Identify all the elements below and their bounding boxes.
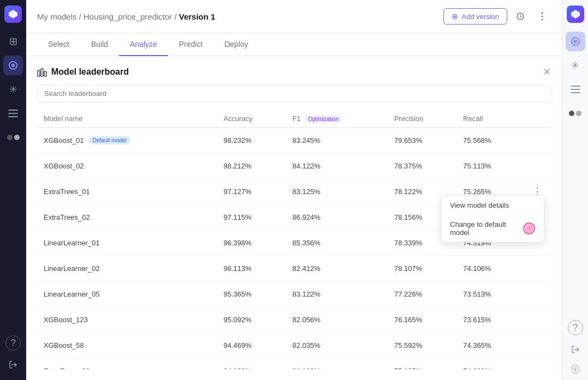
- tab-deploy[interactable]: Deploy: [213, 33, 259, 56]
- precision-cell: 75.135%: [388, 358, 457, 370]
- table-row: XGBoost_12395.092%82.056%76.165%73.615%⋮: [37, 307, 551, 333]
- col-f1: F1 Optimization: [286, 110, 388, 128]
- history-button[interactable]: [512, 8, 529, 25]
- left-sidebar: ⊞ ✳ ?: [0, 0, 26, 380]
- tab-select[interactable]: Select: [37, 33, 80, 56]
- more-options-button[interactable]: [533, 8, 551, 25]
- add-version-icon: ⊕: [452, 12, 458, 21]
- model-name-text: LinearLearner_05: [44, 290, 100, 298]
- svg-rect-16: [571, 86, 580, 87]
- right-sidebar-item-list[interactable]: [566, 80, 585, 99]
- right-sidebar: ✳ ? ›: [562, 0, 588, 380]
- recall-cell: 75.113%: [457, 153, 524, 179]
- close-panel-button[interactable]: ✕: [543, 67, 551, 77]
- right-sidebar-item-help[interactable]: ?: [568, 320, 583, 335]
- expand-button[interactable]: ›: [570, 364, 581, 375]
- model-name-cell: XGBoost_123: [37, 307, 217, 333]
- precision-cell: 76.165%: [388, 307, 457, 333]
- recall-cell: 74.365%: [457, 333, 524, 358]
- actions-cell: ⋮: [524, 307, 551, 333]
- breadcrumb-prefix: My models / Housing_price_predictor /: [37, 12, 177, 21]
- sidebar-item-dashboard[interactable]: ⊞: [3, 32, 23, 51]
- svg-marker-0: [9, 10, 17, 19]
- model-name-cell: ExtraTrees_01: [37, 179, 217, 204]
- table-row: XGBoost_0298.212%84.122%78.375%75.113%⋮: [37, 153, 551, 179]
- model-name-text: XGBoost_02: [44, 162, 84, 170]
- sidebar-item-help[interactable]: ?: [5, 335, 21, 351]
- actions-cell: ⋮ View model details Change to default m…: [524, 179, 551, 204]
- actions-cell: ⋮: [524, 128, 551, 153]
- tab-predict[interactable]: Predict: [168, 33, 214, 56]
- svg-point-8: [542, 16, 543, 17]
- model-name-text: XGBoost_01: [44, 136, 84, 144]
- leaderboard-icon: [37, 67, 47, 77]
- col-accuracy: Accuracy: [217, 110, 286, 128]
- sidebar-item-plugins[interactable]: ✳: [3, 80, 23, 99]
- f1-cell: 83.245%: [286, 128, 388, 153]
- right-app-logo: [567, 5, 584, 23]
- default-model-badge: Default model: [88, 136, 131, 144]
- change-default-model-item[interactable]: Change to default model: [441, 215, 544, 242]
- right-sidebar-bottom: ? ›: [566, 320, 585, 375]
- f1-cell: 82.412%: [286, 256, 388, 281]
- accuracy-cell: 97.127%: [217, 179, 286, 204]
- sidebar-item-toggle[interactable]: [3, 128, 23, 147]
- context-menu: View model details Change to default mod…: [441, 195, 544, 243]
- model-name-text: ExtraTrees_01: [44, 188, 90, 196]
- model-name-text: ExtraTrees_98: [44, 367, 90, 370]
- add-version-button[interactable]: ⊕ Add version: [443, 8, 507, 25]
- svg-point-9: [542, 19, 543, 21]
- leaderboard-search-input[interactable]: [37, 85, 551, 102]
- actions-cell: ⋮: [524, 333, 551, 358]
- table-row: LinearLearner_0595.365%83.122%77.226%73.…: [37, 281, 551, 307]
- svg-marker-13: [571, 10, 580, 19]
- svg-point-7: [542, 13, 543, 14]
- model-name-cell: ExtraTrees_02: [37, 204, 217, 230]
- svg-rect-17: [571, 89, 580, 90]
- col-actions: [524, 110, 551, 128]
- sidebar-item-logout[interactable]: [3, 355, 23, 375]
- table-row: XGBoost_5894.469%82.035%75.592%74.365%⋮: [37, 333, 551, 358]
- breadcrumb: My models / Housing_price_predictor / Ve…: [37, 12, 215, 21]
- f1-cell: 82.035%: [286, 333, 388, 358]
- right-sidebar-item-models[interactable]: [566, 32, 585, 51]
- col-model-name: Model name: [37, 110, 217, 128]
- tab-build[interactable]: Build: [80, 33, 119, 56]
- accuracy-cell: 98.212%: [217, 153, 286, 179]
- precision-cell: 78.107%: [388, 256, 457, 281]
- svg-rect-12: [44, 71, 46, 76]
- model-name-text: ExtraTrees_02: [44, 213, 90, 221]
- page-header: My models / Housing_price_predictor / Ve…: [26, 0, 562, 33]
- svg-rect-3: [8, 110, 18, 111]
- tab-analyze[interactable]: Analyze: [119, 33, 168, 56]
- leaderboard-table: Model name Accuracy F1 Optimization Prec…: [37, 110, 551, 369]
- optimization-badge: Optimization: [305, 116, 342, 123]
- model-name-cell: XGBoost_02: [37, 153, 217, 179]
- f1-cell: 85.356%: [286, 230, 388, 256]
- recall-cell: 74.293%: [457, 358, 524, 370]
- model-name-text: XGBoost_123: [44, 316, 88, 324]
- f1-cell: 83.122%: [286, 281, 388, 307]
- sidebar-item-models[interactable]: [3, 56, 23, 75]
- accuracy-cell: 94.122%: [217, 358, 286, 370]
- svg-rect-18: [571, 92, 580, 93]
- recall-cell: 75.568%: [457, 128, 524, 153]
- precision-cell: 78.375%: [388, 153, 457, 179]
- table-row: ExtraTrees_9894.122%81.122%75.135%74.293…: [37, 358, 551, 370]
- sidebar-item-list[interactable]: [3, 104, 23, 123]
- svg-rect-10: [38, 70, 40, 76]
- precision-cell: 75.592%: [388, 333, 457, 358]
- add-version-label: Add version: [461, 13, 499, 21]
- precision-cell: 77.226%: [388, 281, 457, 307]
- right-sidebar-item-plugins[interactable]: ✳: [566, 56, 585, 75]
- actions-cell: ⋮: [524, 281, 551, 307]
- leaderboard-panel: Model leaderboard ✕ Model name Accuracy: [26, 56, 562, 380]
- right-sidebar-item-toggle[interactable]: [566, 104, 585, 123]
- breadcrumb-version: Version 1: [179, 12, 215, 21]
- view-model-details-item[interactable]: View model details: [441, 196, 544, 215]
- accuracy-cell: 96.113%: [217, 256, 286, 281]
- f1-cell: 82.056%: [286, 307, 388, 333]
- svg-rect-5: [8, 116, 18, 117]
- right-sidebar-item-logout[interactable]: [566, 340, 585, 359]
- tab-bar: Select Build Analyze Predict Deploy: [26, 33, 562, 56]
